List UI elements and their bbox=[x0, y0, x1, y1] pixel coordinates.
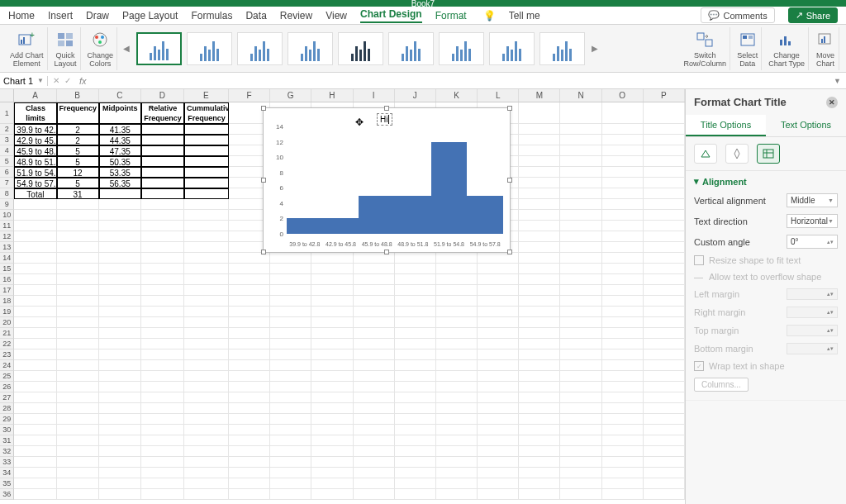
cell[interactable] bbox=[560, 135, 601, 145]
cell[interactable] bbox=[478, 371, 519, 382]
cell[interactable] bbox=[141, 264, 184, 274]
cell[interactable] bbox=[436, 414, 478, 425]
cell[interactable] bbox=[602, 414, 644, 425]
cell[interactable] bbox=[229, 328, 270, 339]
col-header-P[interactable]: P bbox=[644, 89, 685, 102]
cell[interactable] bbox=[229, 307, 270, 317]
cell[interactable] bbox=[184, 145, 229, 156]
cell[interactable] bbox=[602, 135, 644, 145]
cell[interactable] bbox=[560, 349, 601, 360]
cell[interactable] bbox=[395, 478, 436, 489]
cell[interactable] bbox=[184, 124, 229, 135]
cell[interactable] bbox=[14, 274, 56, 285]
row-header[interactable]: 27 bbox=[0, 392, 14, 403]
cell[interactable] bbox=[395, 446, 436, 457]
cell[interactable] bbox=[519, 135, 560, 145]
row-header[interactable]: 30 bbox=[0, 425, 14, 435]
cell[interactable] bbox=[99, 274, 141, 285]
cell[interactable] bbox=[519, 403, 560, 414]
cell[interactable] bbox=[14, 468, 56, 478]
cell[interactable] bbox=[602, 478, 644, 489]
cell[interactable] bbox=[644, 145, 685, 156]
cell[interactable] bbox=[57, 435, 99, 446]
cell[interactable] bbox=[141, 199, 184, 210]
name-box[interactable]: Chart 1▼ bbox=[0, 76, 48, 86]
cell[interactable] bbox=[270, 468, 311, 478]
cell[interactable] bbox=[602, 392, 644, 403]
title-options-tab[interactable]: Title Options bbox=[686, 115, 766, 136]
row-header[interactable]: 11 bbox=[0, 221, 14, 231]
cell[interactable] bbox=[57, 274, 99, 285]
cell[interactable] bbox=[519, 478, 560, 489]
cell[interactable] bbox=[436, 425, 478, 435]
col-header-I[interactable]: I bbox=[354, 89, 395, 102]
cell[interactable] bbox=[184, 349, 229, 360]
cell[interactable] bbox=[311, 382, 353, 392]
cell[interactable] bbox=[311, 489, 353, 500]
chart-style-7[interactable] bbox=[439, 32, 484, 65]
cell[interactable] bbox=[99, 231, 141, 242]
cell[interactable] bbox=[14, 349, 56, 360]
cell[interactable] bbox=[141, 489, 184, 500]
cell[interactable] bbox=[99, 221, 141, 231]
cell[interactable] bbox=[602, 124, 644, 135]
cell[interactable] bbox=[644, 403, 685, 414]
cell[interactable]: Cummulative Frequency bbox=[184, 102, 229, 124]
cell[interactable] bbox=[644, 446, 685, 457]
cell[interactable] bbox=[560, 382, 601, 392]
vertical-alignment-select[interactable]: Middle▼ bbox=[787, 193, 838, 207]
cell[interactable] bbox=[602, 403, 644, 414]
cell[interactable] bbox=[141, 382, 184, 392]
cell[interactable] bbox=[57, 199, 99, 210]
row-header[interactable]: 32 bbox=[0, 446, 14, 457]
cell[interactable] bbox=[519, 328, 560, 339]
move-chart-button[interactable]: Move Chart bbox=[812, 27, 839, 70]
cell[interactable] bbox=[560, 457, 601, 468]
cell[interactable] bbox=[57, 446, 99, 457]
cell[interactable] bbox=[519, 167, 560, 178]
chart-style-1[interactable] bbox=[136, 32, 182, 65]
cell[interactable] bbox=[395, 285, 436, 296]
cell[interactable] bbox=[141, 457, 184, 468]
cell[interactable] bbox=[602, 307, 644, 317]
cell[interactable] bbox=[57, 489, 99, 500]
row-header[interactable]: 5 bbox=[0, 156, 14, 167]
cell[interactable] bbox=[436, 274, 478, 285]
cell[interactable] bbox=[644, 360, 685, 371]
cell[interactable] bbox=[436, 360, 478, 371]
cell[interactable] bbox=[99, 403, 141, 414]
cell[interactable] bbox=[57, 242, 99, 253]
col-header-F[interactable]: F bbox=[229, 89, 270, 102]
cell[interactable] bbox=[436, 253, 478, 264]
cell[interactable] bbox=[14, 403, 56, 414]
cell[interactable] bbox=[519, 425, 560, 435]
cell[interactable] bbox=[602, 274, 644, 285]
cell[interactable] bbox=[141, 435, 184, 446]
cell[interactable] bbox=[354, 360, 395, 371]
cell[interactable] bbox=[57, 457, 99, 468]
cell[interactable] bbox=[311, 392, 353, 403]
cell[interactable] bbox=[14, 457, 56, 468]
cell[interactable] bbox=[270, 285, 311, 296]
col-header-A[interactable]: A bbox=[14, 89, 56, 102]
cell[interactable]: Total bbox=[14, 188, 56, 199]
cell[interactable] bbox=[184, 392, 229, 403]
cell[interactable] bbox=[270, 382, 311, 392]
cell[interactable] bbox=[644, 210, 685, 221]
cell[interactable] bbox=[141, 371, 184, 382]
cell[interactable] bbox=[478, 414, 519, 425]
cell[interactable] bbox=[229, 274, 270, 285]
cell[interactable] bbox=[311, 360, 353, 371]
cell[interactable] bbox=[270, 328, 311, 339]
cell[interactable] bbox=[229, 264, 270, 274]
cell[interactable] bbox=[602, 167, 644, 178]
cell[interactable] bbox=[602, 178, 644, 188]
tab-page-layout[interactable]: Page Layout bbox=[122, 10, 178, 21]
close-panel-button[interactable]: ✕ bbox=[826, 97, 838, 108]
cell[interactable] bbox=[270, 317, 311, 328]
cell[interactable] bbox=[229, 360, 270, 371]
cell[interactable] bbox=[141, 210, 184, 221]
cell[interactable] bbox=[14, 360, 56, 371]
cell[interactable] bbox=[311, 253, 353, 264]
cell[interactable] bbox=[270, 296, 311, 307]
